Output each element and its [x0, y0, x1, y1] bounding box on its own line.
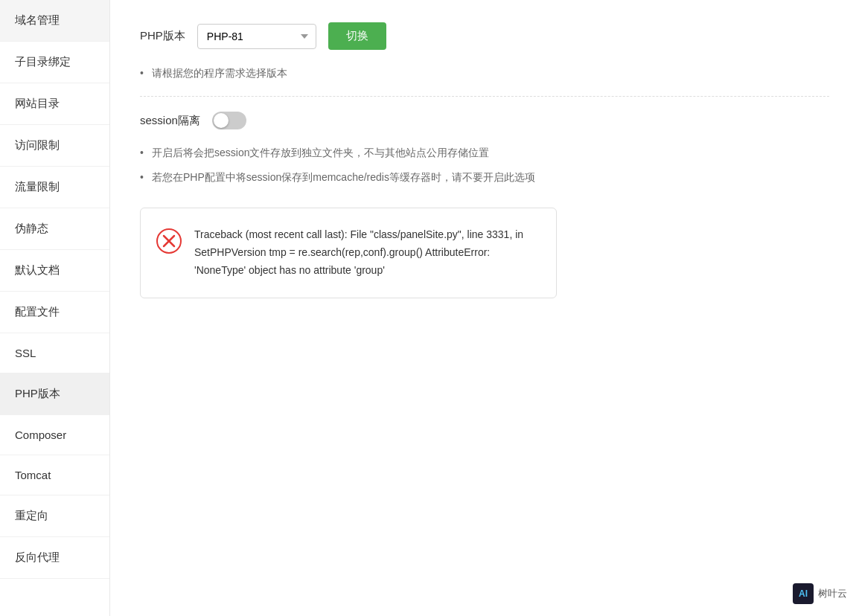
sidebar-item-site-dir[interactable]: 网站目录 — [0, 83, 109, 125]
php-hint-list: 请根据您的程序需求选择版本 — [140, 65, 829, 81]
sidebar-item-traffic-limit[interactable]: 流量限制 — [0, 167, 109, 208]
sidebar-item-config-file[interactable]: 配置文件 — [0, 292, 109, 333]
php-version-row: PHP版本 PHP-74 PHP-80 PHP-81 PHP-82 切换 — [140, 22, 829, 50]
session-hint-1: 开启后将会把session文件存放到独立文件夹，不与其他站点公用存储位置 — [140, 144, 829, 161]
sidebar-item-tomcat[interactable]: Tomcat — [0, 455, 109, 495]
sidebar-item-domain-mgmt[interactable]: 域名管理 — [0, 0, 109, 42]
php-hint-item: 请根据您的程序需求选择版本 — [140, 65, 829, 81]
php-version-label: PHP版本 — [140, 29, 185, 43]
section-divider — [140, 96, 829, 97]
sidebar: 域名管理 子目录绑定 网站目录 访问限制 流量限制 伪静态 默认文档 配置文件 … — [0, 0, 110, 616]
sidebar-item-subdir-bind[interactable]: 子目录绑定 — [0, 42, 109, 83]
sidebar-item-ssl[interactable]: SSL — [0, 333, 109, 373]
session-toggle[interactable] — [212, 112, 246, 129]
sidebar-item-reverse-proxy[interactable]: 反向代理 — [0, 537, 109, 579]
bottom-logo: AI 树叶云 — [793, 583, 847, 604]
sidebar-item-default-doc[interactable]: 默认文档 — [0, 250, 109, 292]
logo-icon-text: AI — [799, 588, 808, 599]
php-version-select[interactable]: PHP-74 PHP-80 PHP-81 PHP-82 — [197, 24, 316, 49]
main-panel: PHP版本 PHP-74 PHP-80 PHP-81 PHP-82 切换 请根据… — [110, 0, 859, 616]
sidebar-item-redirect[interactable]: 重定向 — [0, 495, 109, 537]
session-row: session隔离 — [140, 112, 829, 129]
error-box: Traceback (most recent call last): File … — [140, 208, 557, 298]
sidebar-item-composer[interactable]: Composer — [0, 415, 109, 455]
error-icon — [156, 228, 182, 254]
logo-icon: AI — [793, 583, 814, 604]
sidebar-item-access-limit[interactable]: 访问限制 — [0, 125, 109, 167]
session-hint-list: 开启后将会把session文件存放到独立文件夹，不与其他站点公用存储位置 若您在… — [140, 144, 829, 185]
error-message: Traceback (most recent call last): File … — [194, 226, 538, 279]
sidebar-item-php-version[interactable]: PHP版本 — [0, 373, 109, 415]
switch-button[interactable]: 切换 — [328, 22, 386, 50]
logo-label: 树叶云 — [818, 587, 847, 600]
session-hint-2: 若您在PHP配置中将session保存到memcache/redis等缓存器时，… — [140, 169, 829, 185]
sidebar-item-pseudo-static[interactable]: 伪静态 — [0, 208, 109, 250]
session-label: session隔离 — [140, 114, 200, 128]
